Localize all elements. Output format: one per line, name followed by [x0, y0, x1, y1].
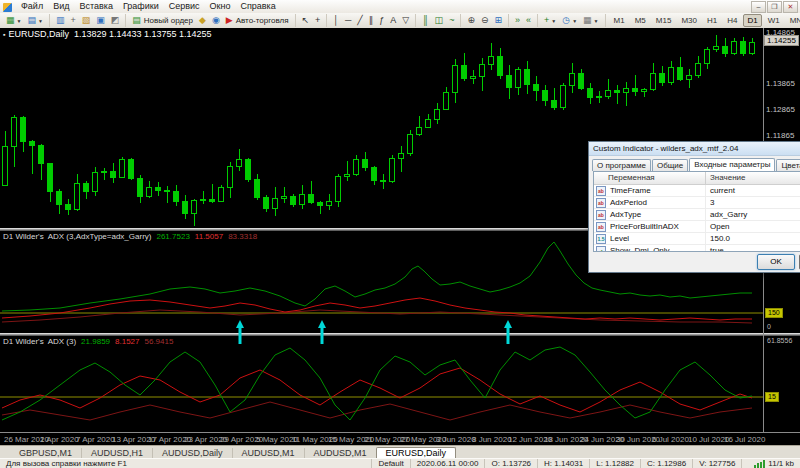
column-header-value[interactable]: Значение — [706, 172, 745, 184]
zoom-in-icon: ⊕ — [467, 14, 475, 27]
navigator-button[interactable]: ▧ — [80, 14, 93, 27]
metaeditor-icon: ◆ — [199, 14, 206, 27]
crosshair-button[interactable]: + — [313, 14, 322, 27]
parameter-value[interactable]: true — [706, 245, 724, 252]
timeframe-d1-button[interactable]: D1 — [743, 14, 761, 27]
dialog-tabs: О программеОбщиеВходные параметрыЦветаУр… — [589, 156, 800, 171]
column-header-name[interactable]: Переменная — [594, 172, 706, 184]
new-chart-button[interactable]: ▦▼ — [4, 14, 23, 27]
timeframe-m15-button[interactable]: M15 — [652, 14, 676, 27]
metaeditor-button[interactable]: ◆ — [197, 14, 208, 27]
menu-item-4[interactable]: Сервис — [164, 0, 205, 13]
cursor-button[interactable]: ↖ — [300, 14, 312, 27]
fibonacci-button[interactable]: ƒ — [377, 14, 386, 27]
timeframe-h4-button[interactable]: H4 — [723, 14, 741, 27]
trendline-button[interactable]: ╱ — [355, 14, 364, 27]
parameter-row[interactable]: abTimeFramecurrent — [594, 185, 800, 197]
status-bar: Для вызова справки нажмите F1 Default 20… — [0, 458, 800, 468]
new-order-button[interactable]: ▤Новый ордер — [130, 14, 195, 27]
parameter-row[interactable]: 1.5Level150.0 — [594, 233, 800, 245]
indicator2-level-label: 15 — [765, 392, 779, 402]
zoom-in-button[interactable]: ⊕ — [465, 14, 477, 27]
parameter-name: ✓Show_Dmi_Only — [594, 245, 706, 252]
text-button[interactable]: A — [388, 14, 398, 27]
dialog-title-bar[interactable]: Custom Indicator - wilders_adx_mtf_2.04 — [589, 142, 800, 156]
ok-button[interactable]: OK — [757, 254, 795, 270]
indicators-icon: + — [544, 14, 549, 27]
vertical-line-button[interactable]: │ — [331, 14, 341, 27]
minimize-icon[interactable]: – — [751, 1, 766, 13]
strategy-tester-button[interactable]: ◩ — [109, 14, 122, 27]
line-chart-icon: ~ — [449, 14, 454, 27]
parameter-name: abTimeFrame — [594, 185, 706, 196]
dialog-tab-0[interactable]: О программе — [592, 159, 651, 171]
zoom-out-button[interactable]: ⊖ — [479, 14, 491, 27]
close-icon[interactable]: ✕ — [783, 1, 798, 13]
crosshair-icon: + — [315, 14, 320, 27]
parameter-value[interactable]: Open — [706, 221, 730, 232]
chart-tabs-bar: GBPUSD,M1AUDUSD,H1AUDUSD,DailyAUDUSD,M1A… — [0, 445, 800, 459]
chart-symbol-line: ▪EURUSD,Daily 1.13829 1.14433 1.13755 1.… — [3, 29, 212, 39]
community-button[interactable]: ◉ — [210, 14, 222, 27]
menu-item-0[interactable]: Файл — [16, 0, 48, 13]
candlestick-button[interactable]: ◫ — [433, 14, 446, 27]
parameter-name: abAdxType — [594, 209, 706, 220]
timeframe-m30-button[interactable]: M30 — [677, 14, 701, 27]
periods-button[interactable]: ◷▼ — [560, 14, 579, 27]
timeframe-m5-button[interactable]: M5 — [631, 14, 650, 27]
menu-item-2[interactable]: Вставка — [74, 0, 117, 13]
parameter-row[interactable]: abAdxTypeadx_Garry — [594, 209, 800, 221]
parameter-row[interactable]: ✓Show_Dmi_Onlytrue — [594, 245, 800, 252]
arrows-button[interactable]: ▽ — [400, 14, 411, 27]
templates-button[interactable]: ▦▼ — [581, 14, 600, 27]
timeframe-mn-button[interactable]: MN — [786, 14, 800, 27]
candlestick-icon: ◫ — [435, 14, 444, 27]
market-watch-button[interactable]: ▥ — [54, 14, 67, 27]
menu-item-1[interactable]: Вид — [48, 0, 74, 13]
channel-button[interactable]: ∥ — [367, 14, 376, 27]
timeframe-w1-button[interactable]: W1 — [764, 14, 784, 27]
parameter-value[interactable]: 3 — [706, 197, 714, 208]
data-window-button[interactable]: + — [68, 14, 77, 27]
line-chart-button[interactable]: ~ — [447, 14, 456, 27]
time-axis[interactable]: 26 Mar 20201 Apr 20207 Apr 202013 Apr 20… — [0, 432, 800, 445]
parameter-value[interactable]: current — [706, 185, 735, 196]
indicators-button[interactable]: +▼ — [542, 14, 558, 27]
chevron-down-icon: ▼ — [17, 18, 22, 24]
status-bar-time: 2020.06.11 00:00 — [410, 459, 485, 468]
parameter-name-text: TimeFrame — [610, 185, 651, 196]
timeframe-h1-button[interactable]: H1 — [703, 14, 721, 27]
parameter-value[interactable]: 150.0 — [706, 233, 730, 244]
restore-icon[interactable]: ❐ — [767, 1, 782, 13]
dialog-tab-2[interactable]: Входные параметры — [689, 158, 775, 171]
parameter-value[interactable]: adx_Garry — [706, 209, 747, 220]
chart-menu-icon[interactable]: ▪ — [3, 31, 5, 38]
chart-shift-button[interactable]: « — [524, 14, 533, 27]
horizontal-line-button[interactable]: ─ — [343, 14, 353, 27]
parameter-name: abAdxPeriod — [594, 197, 706, 208]
terminal-button[interactable]: ▣ — [94, 14, 107, 27]
dialog-parameter-table: Переменная Значение abTimeFramecurrentab… — [593, 171, 800, 252]
profiles-button[interactable]: ▤▼ — [25, 14, 44, 27]
cursor-icon: ↖ — [302, 14, 310, 27]
parameter-type-icon: ✓ — [596, 246, 606, 253]
status-help-text: Для вызова справки нажмите F1 — [0, 459, 237, 468]
parameter-row[interactable]: abAdxPeriod3 — [594, 197, 800, 209]
tile-windows-button[interactable]: ⊞ — [492, 14, 504, 27]
horizontal-line-icon: ─ — [345, 14, 351, 27]
menu-item-6[interactable]: Справка — [235, 0, 280, 13]
menu-item-5[interactable]: Окно — [205, 0, 236, 13]
bar-chart-button[interactable]: ║ — [420, 14, 430, 27]
menu-items: ФайлВидВставкаГрафикиСервисОкноСправка — [16, 0, 281, 13]
new-chart-icon: ▦ — [6, 14, 15, 27]
profiles-icon: ▤ — [27, 14, 36, 27]
timeframe-m1-button[interactable]: M1 — [610, 14, 629, 27]
parameter-row[interactable]: abPriceForBuiltInADXOpen — [594, 221, 800, 233]
parameter-name-text: Show_Dmi_Only — [610, 245, 670, 252]
indicator1-value-0: 261.7523 — [156, 232, 189, 241]
menu-item-3[interactable]: Графики — [118, 0, 164, 13]
dialog-tab-3[interactable]: Цвета — [776, 159, 800, 171]
dialog-tab-1[interactable]: Общие — [652, 159, 688, 171]
auto-scroll-button[interactable]: » — [513, 14, 522, 27]
auto-trading-button[interactable]: ▶Авто-торговля — [224, 14, 291, 27]
